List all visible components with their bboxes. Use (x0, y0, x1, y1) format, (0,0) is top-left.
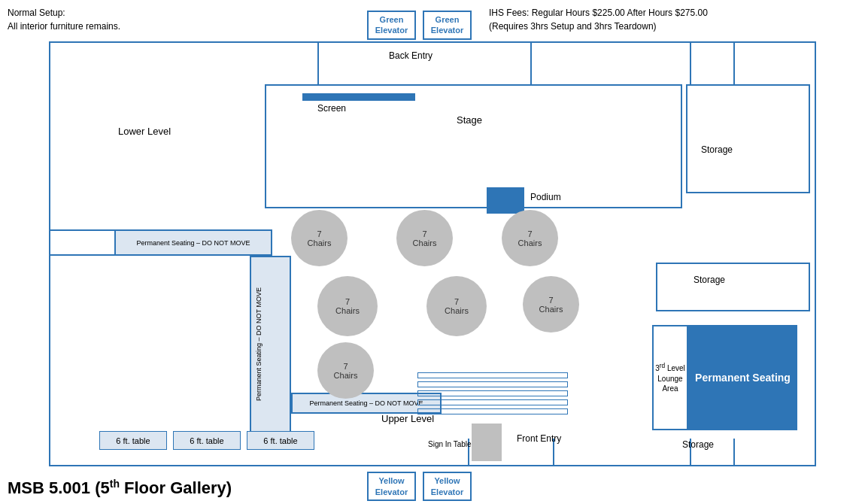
podium-label: Podium (530, 192, 561, 202)
chair-circle-1: 7 Chairs (291, 210, 348, 266)
storage-mid-right (656, 263, 810, 311)
bottom-title-text: MSB 5.001 (5th Floor Gallery) (8, 478, 232, 497)
sign-in-box (472, 424, 502, 461)
chair-label-4: Chairs (335, 306, 360, 315)
chair-label-2: Chairs (413, 238, 437, 247)
front-entry-label: Front Entry (517, 433, 561, 444)
storage-mid-right-label: Storage (694, 275, 725, 285)
chair-circle-7: 7 Chairs (317, 342, 374, 399)
seating-rows (417, 372, 568, 417)
lounge-label: 3rd LevelLoungeArea (655, 362, 685, 393)
chair-label-6: Chairs (539, 305, 563, 314)
permanent-seating-box: Permanent Seating (688, 325, 797, 430)
page: Normal Setup: All interior furniture rem… (0, 0, 865, 504)
stage-label: Stage (457, 114, 482, 126)
chair-label-1: Chairs (308, 238, 332, 247)
sign-in-table-label: Sign In Table (428, 440, 472, 448)
chair-num-3: 7 (527, 229, 532, 238)
floor-plan: Back Entry Screen Stage Lower Level Stor… (49, 41, 816, 466)
top-info: Normal Setup: All interior furniture rem… (8, 6, 120, 33)
right-passage-top (690, 43, 735, 84)
chair-circle-6: 7 Chairs (523, 276, 579, 332)
chair-label-5: Chairs (445, 306, 469, 315)
table-3: 6 ft. table (247, 431, 314, 450)
chair-num-5: 7 (454, 297, 459, 306)
chair-label-7: Chairs (334, 371, 358, 380)
chair-circle-3: 7 Chairs (502, 210, 558, 266)
chair-num-6: 7 (548, 296, 553, 305)
podium-box (487, 187, 524, 214)
stage-area (265, 84, 682, 208)
fees-info: IHS Fees: Regular Hours $225.00 After Ho… (489, 6, 708, 33)
normal-setup-line2: All interior furniture remains. (8, 20, 120, 33)
permanent-seating-label: Permanent Seating (695, 372, 791, 384)
upper-level-label: Upper Level (381, 413, 434, 424)
back-entry-label: Back Entry (389, 50, 432, 61)
storage-top-right (686, 84, 810, 193)
green-elevator-left: GreenElevator (367, 11, 416, 40)
storage-bottom-right-label: Storage (682, 439, 714, 450)
chair-label-3: Chairs (518, 238, 542, 247)
perm-seat-top: Permanent Seating – DO NOT MOVE (114, 229, 272, 256)
lounge-area: 3rd LevelLoungeArea (652, 325, 688, 430)
normal-setup-line1: Normal Setup: (8, 6, 120, 20)
storage-top-right-label: Storage (701, 144, 733, 155)
fees-line1: IHS Fees: Regular Hours $225.00 After Ho… (489, 6, 708, 20)
perm-seat-vertical: Permanent Seating – DO NOT MOVE (250, 256, 291, 433)
chair-num-7: 7 (343, 362, 348, 371)
chair-circle-5: 7 Chairs (426, 276, 487, 336)
chair-num-4: 7 (345, 297, 350, 306)
left-notch (50, 229, 114, 256)
table-2: 6 ft. table (173, 431, 241, 450)
table-3-label: 6 ft. table (263, 436, 297, 445)
chair-circle-4: 7 Chairs (317, 276, 378, 336)
table-1-label: 6 ft. table (116, 436, 150, 445)
bottom-title: MSB 5.001 (5th Floor Gallery) (8, 478, 232, 498)
corridor-top (317, 43, 532, 84)
yellow-elevator-left: YellowElevator (367, 472, 416, 501)
fees-line2: (Requires 3hrs Setup and 3hrs Teardown) (489, 20, 708, 33)
table-1: 6 ft. table (99, 431, 167, 450)
lower-level-label: Lower Level (118, 126, 171, 137)
chair-num-1: 7 (317, 229, 321, 238)
green-elevator-right: GreenElevator (423, 11, 472, 40)
perm-seat-vertical-label: Permanent Seating – DO NOT MOVE (251, 257, 266, 431)
chair-num-2: 7 (422, 229, 426, 238)
chair-circle-2: 7 Chairs (396, 210, 453, 266)
table-2-label: 6 ft. table (190, 436, 223, 445)
perm-seat-top-label: Permanent Seating – DO NOT MOVE (116, 231, 271, 254)
yellow-elevator-right: YellowElevator (423, 472, 472, 501)
